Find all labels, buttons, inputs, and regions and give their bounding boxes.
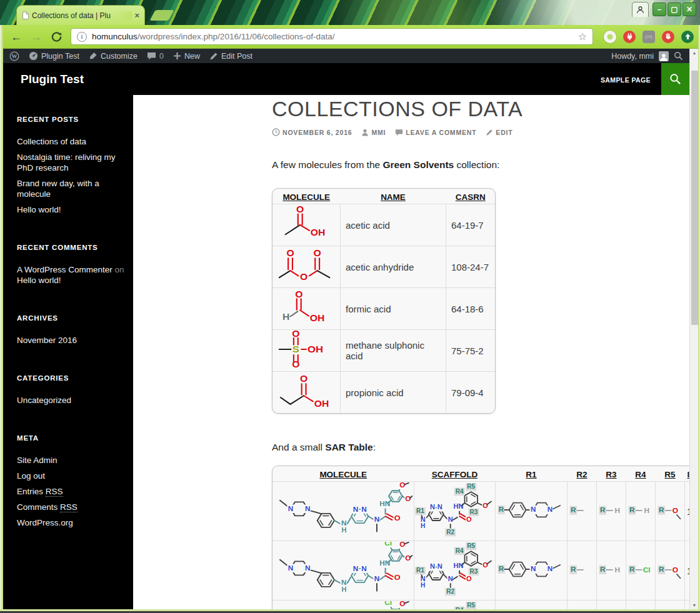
minimize-button[interactable]: – [652, 2, 666, 16]
edit-post-label: Edit Post [221, 52, 252, 61]
sar-r5-cell: RO [656, 601, 685, 610]
wp-logo-menu[interactable]: W [9, 51, 19, 61]
extension-markdown-icon[interactable]: (m| [642, 31, 655, 43]
svg-text:R: R [571, 566, 576, 574]
post-author[interactable]: MMI [361, 129, 386, 136]
svg-text:N: N [438, 562, 442, 570]
sar-r1-cell: RNN [496, 601, 568, 610]
profile-button[interactable] [632, 2, 649, 17]
sidebar-meta-link[interactable]: Log out [17, 471, 122, 481]
col-name[interactable]: NAME [341, 189, 446, 204]
scrollbar-thumb[interactable] [691, 71, 698, 325]
svg-text:H: H [282, 312, 289, 322]
rss-abbr: RSS [46, 487, 63, 497]
svg-text:R5: R5 [467, 483, 475, 490]
sidebar-link[interactable]: Nostalgia time: reliving my PhD research [17, 152, 122, 173]
admin-customize[interactable]: Customize [89, 52, 138, 61]
sar-r4-cell: RH [626, 482, 656, 541]
dashboard-gauge-icon [29, 51, 38, 61]
col-id[interactable]: ID [685, 466, 690, 482]
back-button[interactable]: ← [11, 31, 22, 42]
col-r2[interactable]: R2 [568, 466, 597, 482]
sidebar-meta-link[interactable]: Comments RSS [17, 502, 122, 512]
extension-upload-icon[interactable] [681, 31, 694, 43]
url-bar[interactable]: i homunculus/wordpress/index.php/2016/11… [71, 28, 593, 45]
close-button[interactable]: ✕ [682, 2, 696, 16]
admin-new[interactable]: New [173, 52, 200, 61]
col-molecule[interactable]: MOLECULE [272, 189, 341, 204]
svg-text:R1: R1 [416, 507, 424, 514]
tab-close-icon[interactable]: × [134, 11, 139, 19]
avatar[interactable] [659, 51, 669, 61]
molecule-casrn-cell: 64-18-6 [446, 288, 496, 330]
svg-text:O: O [466, 575, 472, 582]
svg-text:O: O [399, 601, 405, 607]
search-toggle-button[interactable] [661, 63, 689, 95]
widget-recent-posts: RECENT POSTS Collections of dataNostalgi… [17, 116, 122, 215]
scroll-down-arrow[interactable]: ▼ [690, 601, 699, 609]
svg-text:O: O [394, 573, 401, 582]
extension-donut-icon[interactable] [604, 31, 616, 43]
leave-comment-link[interactable]: LEAVE A COMMENT [395, 129, 476, 136]
post-date[interactable]: NOVEMBER 6, 2016 [272, 128, 352, 136]
molecule-structure-methane-sulphonic-acid: SOOOH [276, 331, 337, 368]
scroll-up-arrow[interactable]: ▲ [690, 49, 699, 57]
sidebar-meta-link[interactable]: Site Admin [17, 455, 122, 466]
sidebar-link[interactable]: Brand new day, with a molecule [17, 178, 122, 199]
browser-tab[interactable]: Collections of data | Plu × [16, 5, 145, 25]
comment-author-link[interactable]: A WordPress Commenter [17, 265, 112, 274]
admin-comments[interactable]: 0 [147, 52, 164, 61]
forward-button[interactable]: → [31, 31, 42, 42]
admin-edit-post[interactable]: Edit Post [209, 52, 252, 61]
col-r1[interactable]: R1 [496, 466, 568, 482]
svg-text:N: N [341, 579, 347, 587]
col-r4[interactable]: R4 [626, 466, 656, 482]
sidebar-link[interactable]: Hello world! [17, 204, 122, 215]
bookmark-star-icon[interactable]: ☆ [578, 32, 587, 42]
site-title[interactable]: Plugin Test [21, 72, 84, 86]
nav-sample-page[interactable]: SAMPLE PAGE [601, 76, 651, 84]
svg-text:Cl: Cl [384, 601, 392, 606]
col-scaffold[interactable]: SCAFFOLD [414, 466, 496, 482]
sidebar-link[interactable]: Uncategorized [17, 395, 122, 406]
sar-r3-cell: RH [597, 482, 626, 541]
url-text: homunculus/wordpress/index.php/2016/11/0… [92, 32, 335, 41]
molecule-casrn-cell: 79-09-4 [446, 372, 496, 414]
col-r5[interactable]: R5 [656, 466, 685, 482]
col-r3[interactable]: R3 [597, 466, 626, 482]
page-info-icon[interactable]: i [77, 32, 87, 42]
sidebar-link[interactable]: November 2016 [17, 335, 122, 346]
extension-hand-icon[interactable] [662, 31, 674, 43]
maximize-button[interactable]: ▢ [668, 2, 681, 16]
admin-site-name: Plugin Test [41, 52, 79, 61]
sidebar-meta-link[interactable]: Entries RSS [17, 486, 122, 497]
r-group-OMe: RO [656, 559, 684, 579]
howdy-text[interactable]: Howdy, mmi [611, 52, 654, 61]
col-casrn[interactable]: CASRN [446, 189, 496, 204]
col-molecule[interactable]: MOLECULE [272, 466, 414, 482]
svg-text:H: H [421, 582, 425, 589]
site-header: Plugin Test SAMPLE PAGE [0, 63, 689, 95]
sar-r2-cell: RH [568, 601, 597, 610]
new-tab-button[interactable] [149, 10, 174, 21]
comment-post-link[interactable]: Hello world! [17, 276, 61, 285]
admin-site-menu[interactable]: Plugin Test [29, 51, 79, 61]
svg-text:W: W [12, 53, 18, 59]
svg-text:O: O [405, 555, 411, 562]
sar-molecule-structure: NNNHNNNOHNOO [273, 482, 413, 537]
svg-text:R: R [629, 506, 635, 514]
svg-text:R: R [629, 566, 635, 574]
new-label: New [184, 52, 200, 61]
svg-text:OH: OH [314, 398, 329, 408]
widget-title: RECENT COMMENTS [17, 244, 122, 251]
sidebar-meta-link[interactable]: WordPress.org [17, 517, 122, 528]
sidebar-link[interactable]: Collections of data [17, 136, 122, 147]
reload-button[interactable] [51, 31, 62, 42]
admin-search-icon[interactable] [674, 51, 683, 61]
r-group-Cl: RCl [627, 559, 654, 579]
scrollbar[interactable]: ▲ ▼ [689, 49, 698, 609]
edit-link[interactable]: EDIT [486, 129, 512, 136]
extension-plug-icon[interactable] [623, 31, 636, 43]
svg-text:O: O [296, 205, 304, 214]
svg-text:OH: OH [308, 344, 323, 354]
